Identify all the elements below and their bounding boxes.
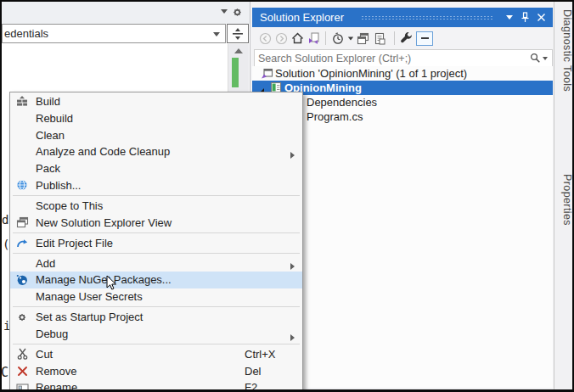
sync-with-active-document-button[interactable] [306,30,322,47]
split-editor-handle[interactable] [227,24,249,43]
sync-with-active-document-icon [307,32,320,45]
menu-item-debug[interactable]: Debug [10,326,302,343]
home-icon [291,32,304,44]
preview-selected-items-toggle[interactable] [416,31,433,46]
right-tab-strip: Diagnostic Tools Properties [554,2,572,389]
pin-icon [521,12,530,23]
forward-button[interactable] [273,30,290,47]
solution-explorer-toolbar [252,27,553,49]
show-all-files-button[interactable] [371,30,387,47]
change-marker [232,58,239,87]
show-all-files-icon [374,32,385,45]
edit-project-file-icon [14,236,31,249]
settings-gear-icon [14,311,31,324]
chevron-down-icon[interactable] [213,32,220,36]
close-button[interactable] [533,8,549,27]
frame-border [0,0,2,392]
menu-shortcut: Del [245,365,262,378]
menu-item-set-as-startup-project[interactable]: Set as Startup Project [10,309,302,326]
properties-button[interactable] [398,30,414,47]
tab-properties[interactable]: Properties [554,174,573,226]
back-button[interactable] [257,30,273,47]
wrench-icon [400,32,413,45]
home-button[interactable] [290,30,306,47]
menu-item-manage-nuget-packages[interactable]: Manage NuGet Packages... [10,272,302,288]
new-solution-explorer-view-icon [14,216,31,229]
menu-item-pack[interactable]: Pack [10,160,302,177]
back-icon [259,32,272,45]
preview-selected-items-icon [421,37,429,39]
window-position-button[interactable] [502,8,517,27]
code-fragment: C [1,365,8,380]
scroll-up-icon[interactable] [234,48,243,53]
chevron-down-icon[interactable] [221,9,228,14]
menu-item-build[interactable]: Build [10,93,302,110]
window-position-icon [506,15,513,20]
nuget-icon [14,273,31,287]
filter-dropdown-button[interactable] [346,30,355,47]
cut-scissors-icon [14,347,31,361]
remove-x-icon [14,364,31,378]
menu-item-clean[interactable]: Clean [10,126,302,143]
menu-item-manage-user-secrets[interactable]: Manage User Secrets [10,288,302,305]
frame-border [0,0,574,2]
code-fragment: d [2,213,8,227]
toolbar-separator [394,31,395,45]
pin-button[interactable] [517,8,532,27]
project-context-menu: Build Rebuild Clean Analyze and Code Cle… [9,92,303,392]
menu-item-analyze-and-code-cleanup[interactable]: Analyze and Code Cleanup [10,143,302,160]
dropdown-arrow-icon[interactable] [543,57,548,60]
menu-item-cut[interactable]: Cut Ctrl+X [10,346,302,363]
menu-item-edit-project-file[interactable]: Edit Project File [10,234,302,251]
pending-changes-filter-button[interactable] [329,30,346,47]
split-editor-icon [231,27,245,41]
menu-shortcut: Ctrl+X [245,348,275,361]
tree-row-label: Solution 'OpinionMining' (1 of 1 project… [275,67,467,80]
tab-diagnostic-tools[interactable]: Diagnostic Tools [554,9,573,92]
gear-icon[interactable] [231,6,244,21]
titlebar-grip [361,15,493,20]
solution-explorer-titlebar[interactable]: Solution Explorer [252,8,553,27]
menu-item-scope-to-this[interactable]: Scope to This [10,198,302,215]
menu-item-publish[interactable]: Publish... [10,176,302,193]
editor-toolbar-strip [2,2,250,24]
navigation-dropdown-value: edentials [4,27,48,40]
search-icon[interactable] [530,53,541,64]
toolbar-separator [325,31,326,45]
build-icon [14,95,31,109]
publish-globe-icon [14,178,31,192]
tree-row-solution[interactable]: Solution 'OpinionMining' (1 of 1 project… [252,66,553,81]
menu-item-new-solution-explorer-view[interactable]: New Solution Explorer View [10,214,302,231]
editor-navigation-dropdown[interactable]: edentials [2,24,226,43]
forward-icon [275,32,288,45]
tree-row-label: Dependencies [307,96,377,109]
panel-title: Solution Explorer [260,11,344,24]
search-box [254,49,553,67]
dropdown-arrow-icon [347,36,352,40]
menu-item-remove[interactable]: Remove Del [10,362,302,379]
tree-row-label: Program.cs [307,110,363,123]
pending-changes-filter-icon [332,32,344,45]
menu-item-rebuild[interactable]: Rebuild [10,110,302,127]
collapse-all-icon [357,32,369,45]
close-icon [537,14,545,21]
search-input[interactable] [255,50,530,66]
collapse-all-button[interactable] [355,30,371,47]
mouse-cursor [106,275,117,294]
menu-item-add[interactable]: Add [10,255,302,272]
